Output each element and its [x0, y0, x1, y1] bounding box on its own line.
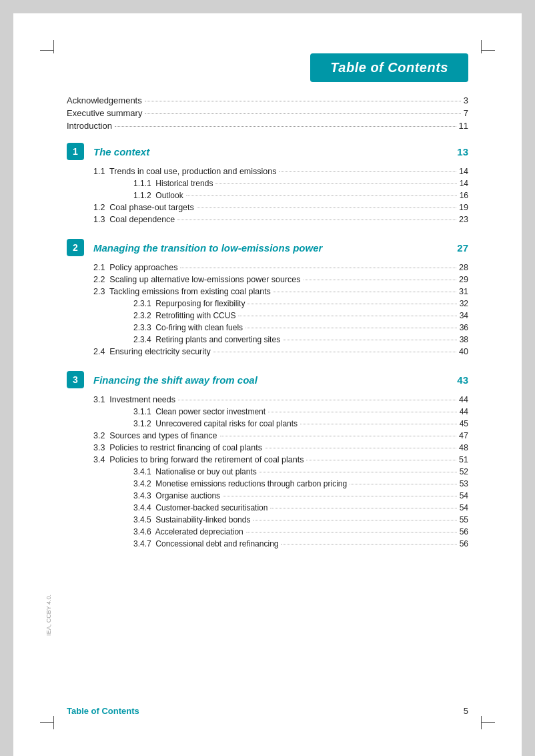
subsub-entry-3.4.1: 3.4.1 Nationalise or buy out plants 52 — [133, 467, 468, 476]
sub-entry-dots — [178, 400, 456, 400]
subsub-entry-title: 3.4.2 Monetise emissions reductions thro… — [133, 479, 347, 488]
chapter-title: Managing the transition to low-emissions… — [93, 242, 457, 254]
subsub-entry-dots — [268, 412, 457, 412]
sub-entry-title: 3.2 Sources and types of finance — [93, 431, 217, 440]
entry-page: 7 — [464, 108, 468, 118]
toc-header: Table of Contents — [67, 53, 468, 82]
sub-entry: 3.4 Policies to bring forward the retire… — [93, 455, 468, 464]
sub-entry-title: 2.4 Ensuring electricity security — [93, 347, 211, 356]
sub-entry: 2.2 Scaling up alternative low-emissions… — [93, 275, 468, 284]
subsub-entry-dots — [245, 328, 457, 328]
subsub-entry-3.4.6: 3.4.6 Accelerated depreciation 56 — [133, 527, 468, 536]
subsub-entry-dots — [223, 496, 457, 496]
subsub-entry-2.3.2: 2.3.2 Retrofitting with CCUS 34 — [133, 311, 468, 320]
entry-dots — [145, 101, 461, 101]
sub-entry-title: 2.1 Policy approaches — [93, 263, 177, 272]
chapter-2: 2 Managing the transition to low-emissio… — [67, 239, 468, 356]
sub-entry-title: 1.3 Coal dependence — [93, 215, 175, 224]
subsub-entry-title: 1.1.2 Outlook — [133, 191, 183, 200]
subsub-entry-dots — [238, 316, 456, 316]
entry-page: 3 — [464, 95, 468, 105]
subsub-entry-dots — [246, 532, 457, 532]
entry-title: Executive summary — [67, 108, 142, 118]
subsub-entry-3.4.5: 3.4.5 Sustainability-linked bonds 55 — [133, 515, 468, 524]
section-2.2: 2.2 Scaling up alternative low-emissions… — [93, 275, 468, 284]
entry-page: 11 — [459, 121, 468, 131]
page: Table of Contents Acknowledgements 3 Exe… — [13, 13, 522, 756]
entry-dots — [115, 126, 456, 127]
subsub-entry-page: 53 — [460, 479, 468, 488]
chapter-number: 1 — [67, 143, 84, 160]
subsub-entry-page: 16 — [460, 191, 468, 200]
subsub-entry-dots — [350, 484, 456, 484]
subsub-entry-dots — [253, 520, 456, 520]
section-3.1: 3.1 Investment needs 44 3.1.1 Clean powe… — [93, 395, 468, 428]
sub-entry-page: 47 — [459, 431, 468, 440]
chapter-page-number: 43 — [457, 374, 468, 386]
sub-entries: 3.1 Investment needs 44 3.1.1 Clean powe… — [93, 395, 468, 548]
sub-entry-page: 14 — [459, 167, 468, 176]
subsub-entries: 3.1.1 Clean power sector investment 44 3… — [133, 407, 468, 428]
subsub-entry-dots — [281, 544, 456, 544]
subsub-entry-page: 45 — [460, 419, 468, 428]
sub-entry-title: 2.3 Tackling emissions from existing coa… — [93, 287, 271, 296]
section-2.4: 2.4 Ensuring electricity security 40 — [93, 347, 468, 356]
sub-entry-dots — [220, 436, 457, 436]
toc-banner-title: Table of Contents — [310, 53, 468, 82]
sub-entry-page: 51 — [459, 455, 468, 464]
sub-entries: 2.1 Policy approaches 28 2.2 Scaling up … — [93, 263, 468, 356]
dash-top-right — [482, 50, 495, 51]
sub-entry-page: 28 — [459, 263, 468, 272]
sub-entry-title: 2.2 Scaling up alternative low-emissions… — [93, 275, 301, 284]
corner-mark-top-left — [53, 40, 54, 53]
entry-dots — [145, 113, 460, 114]
sub-entry: 2.3 Tackling emissions from existing coa… — [93, 287, 468, 296]
sub-entry: 3.1 Investment needs 44 — [93, 395, 468, 404]
subsub-entry-page: 52 — [460, 467, 468, 476]
corner-mark-bottom-left — [53, 716, 54, 729]
intro-entry: Executive summary 7 — [67, 108, 468, 118]
chapter-page-number: 27 — [457, 242, 468, 254]
subsub-entry-1.1.2: 1.1.2 Outlook 16 — [133, 191, 468, 200]
sub-entry-title: 1.2 Coal phase-out targets — [93, 203, 194, 212]
sub-entry-page: 31 — [459, 287, 468, 296]
sub-entry: 2.4 Ensuring electricity security 40 — [93, 347, 468, 356]
subsub-entry-title: 3.4.7 Concessional debt and refinancing — [133, 539, 278, 548]
subsub-entries: 2.3.1 Repurposing for flexibility 32 2.3… — [133, 299, 468, 344]
intro-entry: Introduction 11 — [67, 121, 468, 131]
subsub-entry-3.1.2: 3.1.2 Unrecovered capital risks for coal… — [133, 419, 468, 428]
subsub-entry-3.4.7: 3.4.7 Concessional debt and refinancing … — [133, 539, 468, 548]
sub-entry: 1.1 Trends in coal use, production and e… — [93, 167, 468, 176]
subsub-entry-title: 1.1.1 Historical trends — [133, 179, 213, 188]
chapter-1: 1 The context 13 1.1 Trends in coal use,… — [67, 143, 468, 224]
sub-entry: 1.2 Coal phase-out targets 19 — [93, 203, 468, 212]
subsub-entries: 1.1.1 Historical trends 14 1.1.2 Outlook… — [133, 179, 468, 200]
subsub-entry-page: 54 — [460, 491, 468, 500]
section-3.2: 3.2 Sources and types of finance 47 — [93, 431, 468, 440]
sub-entry-title: 3.3 Policies to restrict financing of co… — [93, 443, 262, 452]
chapter-number: 3 — [67, 371, 84, 388]
chapters-container: 1 The context 13 1.1 Trends in coal use,… — [67, 143, 468, 548]
sub-entry-page: 40 — [459, 347, 468, 356]
corner-mark-top-right — [481, 40, 482, 53]
side-text: IEA, CCBY 4.0. — [45, 595, 52, 636]
subsub-entry-dots — [247, 304, 456, 304]
subsub-entry-page: 32 — [460, 299, 468, 308]
sub-entry: 2.1 Policy approaches 28 — [93, 263, 468, 272]
subsub-entry-2.3.1: 2.3.1 Repurposing for flexibility 32 — [133, 299, 468, 308]
sub-entry-dots — [197, 208, 456, 208]
subsub-entry-page: 34 — [460, 311, 468, 320]
subsub-entry-title: 3.4.4 Customer-backed securitisation — [133, 503, 268, 512]
sub-entry: 1.3 Coal dependence 23 — [93, 215, 468, 224]
subsub-entry-page: 55 — [460, 515, 468, 524]
sub-entry-dots — [306, 460, 456, 460]
section-1.2: 1.2 Coal phase-out targets 19 — [93, 203, 468, 212]
subsub-entry-page: 44 — [460, 407, 468, 416]
chapter-page-number: 13 — [457, 146, 468, 157]
sub-entry-page: 29 — [459, 275, 468, 284]
subsub-entry-3.1.1: 3.1.1 Clean power sector investment 44 — [133, 407, 468, 416]
sub-entry: 3.3 Policies to restrict financing of co… — [93, 443, 468, 452]
subsub-entry-3.4.2: 3.4.2 Monetise emissions reductions thro… — [133, 479, 468, 488]
sub-entry-page: 19 — [459, 203, 468, 212]
section-1.1: 1.1 Trends in coal use, production and e… — [93, 167, 468, 200]
